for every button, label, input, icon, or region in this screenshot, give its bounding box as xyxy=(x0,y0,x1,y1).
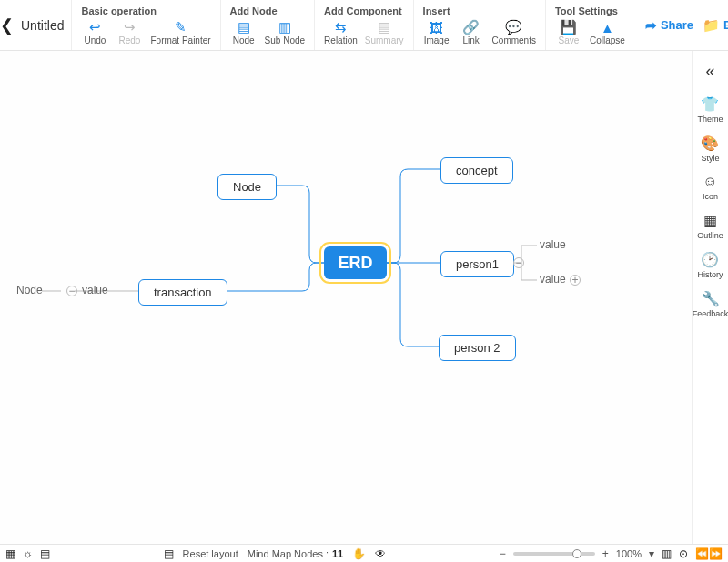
add-subnode-button[interactable]: ▥ Sub Node xyxy=(263,18,307,46)
summary-icon: ▤ xyxy=(378,19,390,35)
brightness-icon[interactable]: ☼ xyxy=(23,547,33,560)
undo-button[interactable]: ↩ Undo xyxy=(79,18,110,46)
insert-link-button[interactable]: 🔗 Link xyxy=(456,18,487,46)
feedback-icon: 🔧 xyxy=(702,290,720,307)
relation-icon: ⇆ xyxy=(335,19,347,35)
side-icon[interactable]: ☺Icon xyxy=(703,168,718,206)
zoom-knob[interactable] xyxy=(572,549,581,558)
node-erd[interactable]: ERD xyxy=(324,246,387,279)
label-node[interactable]: Node xyxy=(16,284,43,296)
export-icon: 📁 xyxy=(703,17,720,34)
redo-icon: ↪ xyxy=(124,19,136,35)
insert-image-button[interactable]: 🖼 Image xyxy=(421,18,452,46)
side-style[interactable]: 🎨Style xyxy=(701,129,719,168)
label-person1-value1[interactable]: value xyxy=(540,238,566,251)
image-icon: 🖼 xyxy=(430,19,443,35)
side-feedback[interactable]: 🔧Feedback xyxy=(693,285,728,324)
side-history[interactable]: 🕑History xyxy=(697,246,723,285)
hand-tool-icon[interactable]: ✋ xyxy=(352,547,366,560)
insert-comments-button[interactable]: 💬 Comments xyxy=(490,18,538,46)
node-concept[interactable]: concept xyxy=(440,157,513,184)
paintbrush-icon: ✎ xyxy=(175,19,187,35)
group-insert: Insert xyxy=(421,2,538,18)
share-icon: ➦ xyxy=(645,17,657,34)
node-transaction[interactable]: transaction xyxy=(138,279,228,306)
collapse-button[interactable]: ▲ Collapse xyxy=(588,18,627,46)
add-child-person1[interactable]: + xyxy=(570,275,581,286)
zoom-out-button[interactable]: − xyxy=(500,547,506,560)
connectors xyxy=(0,51,692,544)
group-add-component: Add Component xyxy=(322,2,406,18)
side-outline[interactable]: ▦Outline xyxy=(697,206,723,246)
status-bar: ▦ ☼ ▤ ▤ Reset layout Mind Map Nodes : 11… xyxy=(0,544,728,562)
zoom-level: 100% xyxy=(616,548,642,559)
connector-person1[interactable]: − xyxy=(513,257,524,268)
add-node-button[interactable]: ▤ Node xyxy=(228,18,259,46)
nodes-count-label: Mind Map Nodes : xyxy=(248,548,329,559)
center-icon[interactable]: ⊙ xyxy=(679,547,688,560)
side-theme[interactable]: 👕Theme xyxy=(697,90,723,129)
history-icon: 🕑 xyxy=(701,251,719,268)
reset-layout-button[interactable]: Reset layout xyxy=(183,548,238,559)
summary-button[interactable]: ▤ Summary xyxy=(363,18,406,46)
back-button[interactable]: ❮ xyxy=(0,0,14,50)
outline-icon: ▦ xyxy=(703,212,717,229)
save-icon: 💾 xyxy=(560,19,577,35)
document-title[interactable]: Untitled xyxy=(14,0,71,50)
redo-button[interactable]: ↪ Redo xyxy=(114,18,145,46)
fullscreen-icon[interactable]: ⏪⏩ xyxy=(695,547,723,560)
zoom-slider[interactable] xyxy=(513,552,595,556)
node-icon: ▤ xyxy=(238,19,250,35)
node-person2[interactable]: person 2 xyxy=(439,335,516,361)
node-person1[interactable]: person1 xyxy=(440,251,514,277)
icon-icon: ☺ xyxy=(703,174,717,190)
undo-icon: ↩ xyxy=(89,19,101,35)
share-button[interactable]: ➦ Share xyxy=(645,17,693,34)
comments-icon: 💬 xyxy=(505,19,522,35)
canvas[interactable]: ERD Node transaction concept person1 per… xyxy=(0,51,692,544)
collapse-side-button[interactable]: « xyxy=(705,56,714,90)
eye-icon[interactable]: 👁 xyxy=(375,547,386,560)
subnode-icon: ▥ xyxy=(278,19,291,35)
export-button[interactable]: 📁 Export xyxy=(703,17,728,34)
zoom-dropdown-icon[interactable]: ▾ xyxy=(649,547,654,560)
gallery-icon[interactable]: ▦ xyxy=(5,547,15,560)
format-painter-button[interactable]: ✎ Format Painter xyxy=(148,18,212,46)
nodes-count: 11 xyxy=(332,548,343,559)
theme-icon: 👕 xyxy=(701,95,719,113)
collapse-icon: ▲ xyxy=(601,19,614,35)
label-person1-value2[interactable]: value xyxy=(540,273,566,286)
zoom-in-button[interactable]: + xyxy=(602,547,609,560)
node-node[interactable]: Node xyxy=(217,174,277,200)
style-icon: 🎨 xyxy=(701,135,719,152)
side-panel: « 👕Theme 🎨Style ☺Icon ▦Outline 🕑History … xyxy=(692,51,728,544)
group-add-node: Add Node xyxy=(228,2,307,18)
reset-layout-icon: ▤ xyxy=(164,547,174,560)
save-button[interactable]: 💾 Save xyxy=(553,18,584,46)
relation-button[interactable]: ⇆ Relation xyxy=(322,18,359,46)
label-value[interactable]: value xyxy=(82,284,108,296)
fit-icon[interactable]: ▥ xyxy=(662,547,672,560)
connector-transaction-value[interactable]: − xyxy=(66,286,77,296)
grid-icon[interactable]: ▤ xyxy=(40,547,50,560)
group-basic-operation: Basic operation xyxy=(79,2,212,18)
group-tool-settings: Tool Settings xyxy=(553,2,627,18)
link-icon: 🔗 xyxy=(462,19,480,35)
